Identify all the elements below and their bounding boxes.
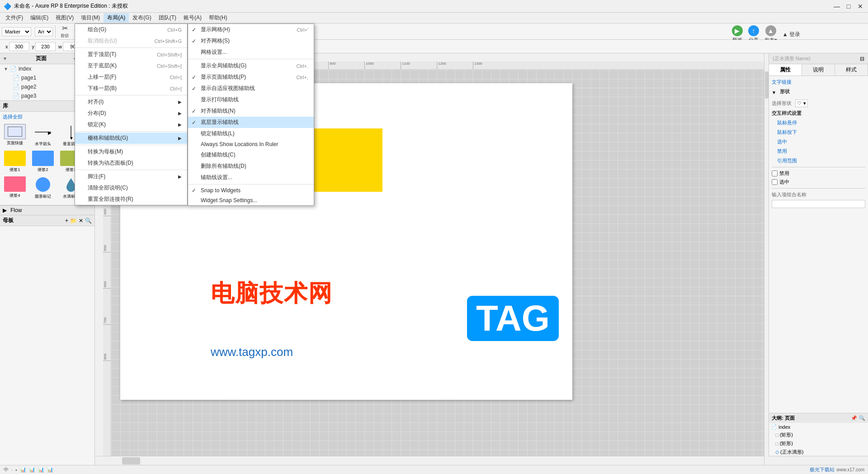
menu-arrange[interactable]: 布局(A) bbox=[104, 13, 129, 23]
maximize-button[interactable]: □ bbox=[844, 2, 853, 10]
dd-lock[interactable]: 锁定(K) ▶ bbox=[75, 119, 187, 130]
dd-sep4 bbox=[75, 145, 187, 145]
status-brand[interactable]: 极光下载站 bbox=[810, 466, 835, 473]
dd-ungroup-shortcut: Ctrl+Shift+G bbox=[154, 38, 182, 44]
mouse-over-label[interactable]: 鼠标悬停 bbox=[777, 119, 797, 126]
masters-add-button[interactable]: + bbox=[65, 218, 68, 224]
masters-header[interactable]: 母板 + 📁 ✕ 🔍 bbox=[0, 215, 94, 226]
outline-header: 大纲: 页面 📌 🔍 bbox=[769, 413, 868, 423]
dd-bring-front[interactable]: 置于顶层(T) Ctrl+Shift+] bbox=[75, 49, 187, 60]
tab-properties[interactable]: 属性 bbox=[769, 64, 802, 76]
sd-snap-grid[interactable]: ✓ 对齐网格(S) bbox=[188, 35, 314, 47]
widget-h-arrow[interactable]: ▶ 水平箭头 bbox=[30, 124, 56, 147]
outline-search-icon[interactable]: 🔍 bbox=[859, 415, 865, 421]
dd-to-bottom[interactable]: 至于底层(K) Ctrl+Shift+[ bbox=[75, 60, 187, 71]
dd-group[interactable]: 组合(G) Ctrl+G bbox=[75, 24, 187, 35]
menu-publish[interactable]: 发布(G) bbox=[129, 13, 155, 23]
dd-grid-guides[interactable]: 栅格和辅助线(G) ▶ bbox=[75, 133, 187, 144]
shape-select[interactable]: ♡ ▾ bbox=[795, 100, 808, 107]
sd-show-adaptive-guides[interactable]: ✓ 显示自适应视图辅助线 bbox=[188, 83, 314, 94]
widget-note2[interactable]: 便签2 bbox=[30, 151, 56, 173]
status-icon-dot[interactable]: · bbox=[11, 467, 13, 473]
vertical-scrollbar[interactable] bbox=[764, 53, 769, 465]
dd-clear-notes[interactable]: 清除全部说明(C) bbox=[75, 182, 187, 194]
close-button[interactable]: ✕ bbox=[856, 2, 864, 10]
dd-reset-connectors[interactable]: 重置全部连接符(R) bbox=[75, 194, 187, 205]
sd-snap-guides[interactable]: ✓ 对齐辅助线(N) bbox=[188, 105, 314, 117]
minimize-button[interactable]: — bbox=[833, 2, 841, 10]
dd-move-down[interactable]: 下移一层(B) Ctrl+[ bbox=[75, 83, 187, 94]
dd-move-up[interactable]: 上移一层(F) Ctrl+] bbox=[75, 71, 187, 83]
status-icon-zh[interactable]: 中 bbox=[4, 466, 9, 473]
flow-section: ▶ Flow bbox=[0, 205, 94, 215]
sd-snap-widgets[interactable]: ✓ Snap to Widgets bbox=[188, 185, 314, 195]
shape-mode-select[interactable]: Arr bbox=[35, 27, 53, 36]
menu-edit[interactable]: 编辑(E) bbox=[27, 13, 52, 23]
mouse-down-label[interactable]: 鼠标按下 bbox=[777, 129, 797, 136]
dd-to-master[interactable]: 转换为母板(M) bbox=[75, 146, 187, 157]
sd-delete-guides[interactable]: 删除所有辅助线(D) bbox=[188, 161, 314, 172]
cut-button[interactable]: ✂ 剪切 bbox=[58, 23, 71, 40]
menu-team[interactable]: 团队(T) bbox=[155, 13, 180, 23]
checked-checkbox[interactable] bbox=[772, 179, 778, 185]
sd-show-grid[interactable]: ✓ 显示网格(H) Ctrl+' bbox=[188, 24, 314, 35]
flow-header[interactable]: ▶ Flow bbox=[0, 206, 94, 215]
disabled-label[interactable]: 禁用 bbox=[777, 148, 787, 155]
select-all-label[interactable]: 选择全部 bbox=[3, 114, 23, 120]
outline-item-index[interactable]: 📄 index bbox=[769, 423, 868, 431]
tab-style[interactable]: 样式 bbox=[835, 64, 868, 76]
right-panel-expand[interactable]: ⊟ bbox=[860, 56, 864, 62]
status-icon-dot2[interactable]: • bbox=[15, 467, 17, 473]
y-input[interactable] bbox=[35, 42, 56, 51]
widget-page-block[interactable]: 页面快捷 bbox=[2, 124, 28, 147]
widget-note4[interactable]: 便签4 bbox=[2, 176, 28, 199]
masters-delete-button[interactable]: ✕ bbox=[79, 218, 83, 224]
hscrollbar-thumb[interactable] bbox=[122, 457, 140, 465]
sd-widget-snap-settings[interactable]: Widget Snap Settings... bbox=[188, 195, 314, 205]
menu-help[interactable]: 帮助(H) bbox=[205, 13, 231, 23]
sd-always-ruler[interactable]: Always Show Locations In Ruler bbox=[188, 139, 314, 149]
disabled-checkbox[interactable] bbox=[772, 171, 778, 176]
outline-item-shape2[interactable]: □ (矩形) bbox=[769, 439, 868, 448]
menu-account[interactable]: 账号(A) bbox=[180, 13, 205, 23]
outline-item-shape1[interactable]: □ (矩形) bbox=[769, 431, 868, 439]
input-group-input[interactable] bbox=[772, 200, 865, 208]
dd-footnote[interactable]: 脚注(F) ▶ bbox=[75, 171, 187, 182]
outline-shape3-icon: ◇ bbox=[775, 449, 779, 455]
login-button[interactable]: ▲ 登录 bbox=[783, 31, 800, 38]
dd-align[interactable]: 对齐(I) ▶ bbox=[75, 96, 187, 108]
dd-distribute[interactable]: 分布(D) ▶ bbox=[75, 108, 187, 119]
widget-note1[interactable]: 便签1 bbox=[2, 151, 28, 173]
sd-create-guide[interactable]: 创建辅助线(C) bbox=[188, 149, 314, 161]
masters-search-button[interactable]: 🔍 bbox=[85, 218, 92, 224]
sd-show-print-guides[interactable]: 显示打印辅助线 bbox=[188, 94, 314, 105]
selected-label[interactable]: 选中 bbox=[777, 138, 787, 145]
menu-file[interactable]: 文件(F) bbox=[2, 13, 27, 23]
mode-select[interactable]: Marker bbox=[2, 27, 31, 36]
horizontal-scrollbar[interactable] bbox=[95, 456, 868, 465]
masters-folder-button[interactable]: 📁 bbox=[70, 218, 77, 224]
widget-circle[interactable]: 圆形标记 bbox=[30, 176, 56, 199]
sd-lock-guides[interactable]: 锁定辅助线(L) bbox=[188, 128, 314, 139]
text-link-label[interactable]: 文字链接 bbox=[772, 79, 792, 85]
dd-ungroup[interactable]: 取消组合(U) Ctrl+Shift+G bbox=[75, 35, 187, 47]
sd-show-page-guides[interactable]: ✓ 显示页面辅助线(P) Ctrl+, bbox=[188, 71, 314, 83]
outline-pin-icon[interactable]: 📌 bbox=[851, 415, 857, 421]
tooltip-label[interactable]: 引用范围 bbox=[777, 157, 797, 164]
status-icon-chart3[interactable]: 📊 bbox=[38, 467, 44, 473]
sd-show-global-guides[interactable]: 显示全局辅助线(G) Ctrl+. bbox=[188, 60, 314, 71]
tab-description[interactable]: 说明 bbox=[802, 64, 835, 76]
outline-item-shape3[interactable]: ◇ (正水滴形) bbox=[769, 448, 868, 456]
status-icon-chart1[interactable]: 📊 bbox=[20, 467, 26, 473]
menu-view[interactable]: 视图(V) bbox=[52, 13, 77, 23]
sd-grid-settings[interactable]: 网格设置... bbox=[188, 47, 314, 58]
x-input[interactable] bbox=[9, 42, 29, 51]
sd-layer-guides[interactable]: ✓ 底层显示辅助线 bbox=[188, 117, 314, 128]
status-icon-chart4[interactable]: 📊 bbox=[47, 467, 53, 473]
status-icon-chart2[interactable]: 📊 bbox=[29, 467, 35, 473]
menu-project[interactable]: 项目(M) bbox=[77, 13, 104, 23]
vscrollbar-thumb[interactable] bbox=[765, 71, 769, 99]
sd-guide-settings[interactable]: 辅助线设置... bbox=[188, 172, 314, 183]
dd-to-dynamic[interactable]: 转换为动态面板(D) bbox=[75, 157, 187, 169]
note4-label: 便签4 bbox=[9, 193, 20, 199]
